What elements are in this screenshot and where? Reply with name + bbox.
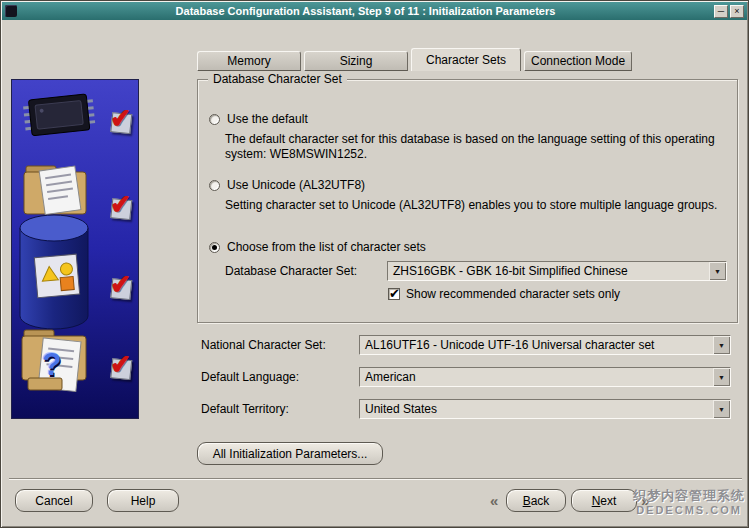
help-button[interactable]: Help <box>107 489 179 512</box>
show-recommended-option[interactable]: ✔ Show recommended character sets only <box>388 287 620 301</box>
use-unicode-option[interactable]: Use Unicode (AL32UTF8) <box>209 178 365 192</box>
chevron-down-icon[interactable]: ▼ <box>713 400 730 418</box>
choose-from-list-label[interactable]: Choose from the list of character sets <box>227 240 426 254</box>
db-charset-value: ZHS16GBK - GBK 16-bit Simplified Chinese <box>388 264 709 278</box>
wizard-illustration-panel: ? ✔ ✔ ✔ ✔ <box>11 79 139 419</box>
title-bar[interactable]: Database Configuration Assistant, Step 9… <box>2 2 747 20</box>
database-icon <box>20 215 88 329</box>
back-button[interactable]: Back <box>506 489 566 512</box>
use-unicode-description: Setting character set to Unicode (AL32UT… <box>225 198 733 213</box>
watermark-line2: DEDECMS.COM <box>633 503 745 517</box>
db-charset-select[interactable]: ZHS16GBK - GBK 16-bit Simplified Chinese… <box>387 261 727 281</box>
question-mark-icon: ? <box>42 346 62 383</box>
national-charset-select[interactable]: AL16UTF16 - Unicode UTF-16 Universal cha… <box>359 335 731 355</box>
tab-bar: Memory Sizing Character Sets Connection … <box>197 48 635 71</box>
watermark: 织梦内容管理系统 DEDECMS.COM <box>633 489 745 517</box>
cancel-button[interactable]: Cancel <box>15 489 93 512</box>
national-charset-value: AL16UTF16 - Unicode UTF-16 Universal cha… <box>360 338 713 352</box>
checkmark-icon: ✔ <box>109 351 137 379</box>
watermark-line1: 织梦内容管理系统 <box>633 489 745 503</box>
use-default-description: The default character set for this datab… <box>225 132 733 162</box>
default-language-select[interactable]: American ▼ <box>359 367 731 387</box>
show-recommended-label[interactable]: Show recommended character sets only <box>406 287 620 301</box>
checkmark-icon: ✔ <box>109 191 137 219</box>
back-button-label: Back <box>517 494 555 508</box>
folder-icon <box>24 166 86 215</box>
use-unicode-label[interactable]: Use Unicode (AL32UTF8) <box>227 178 365 192</box>
choose-from-list-option[interactable]: Choose from the list of character sets <box>209 240 426 254</box>
tab-character-sets[interactable]: Character Sets <box>411 48 521 71</box>
next-button[interactable]: Next <box>571 489 637 512</box>
separator <box>9 478 742 480</box>
window-menu-icon[interactable] <box>5 5 17 17</box>
use-default-radio[interactable] <box>209 114 220 125</box>
use-default-label[interactable]: Use the default <box>227 112 308 126</box>
national-charset-label: National Character Set: <box>201 335 326 355</box>
minimize-button[interactable]: ─ <box>714 5 728 18</box>
chevron-down-icon[interactable]: ▼ <box>709 262 726 280</box>
close-button[interactable]: × <box>730 5 744 18</box>
use-unicode-radio[interactable] <box>209 180 220 191</box>
default-language-value: American <box>360 370 713 384</box>
tab-sizing[interactable]: Sizing <box>304 51 408 71</box>
tab-connection-mode[interactable]: Connection Mode <box>524 51 632 71</box>
database-character-set-group: Database Character Set Use the default T… <box>197 79 738 323</box>
window-controls: ─ × <box>714 5 744 18</box>
tab-memory[interactable]: Memory <box>197 51 301 71</box>
default-territory-value: United States <box>360 402 713 416</box>
all-init-params-button[interactable]: All Initialization Parameters... <box>197 442 383 465</box>
chevron-down-icon[interactable]: ▼ <box>713 336 730 354</box>
default-territory-label: Default Territory: <box>201 399 289 419</box>
next-button-label: Next <box>582 494 626 508</box>
checkmark-icon: ✔ <box>109 271 137 299</box>
group-title: Database Character Set <box>208 72 347 86</box>
choose-from-list-radio[interactable] <box>209 242 220 253</box>
use-default-option[interactable]: Use the default <box>209 112 308 126</box>
back-chevron-icon: « <box>490 492 498 509</box>
default-language-label: Default Language: <box>201 367 299 387</box>
chevron-down-icon[interactable]: ▼ <box>713 368 730 386</box>
checkmark-icon: ✔ <box>109 105 137 133</box>
window-title: Database Configuration Assistant, Step 9… <box>17 5 714 17</box>
show-recommended-checkbox[interactable]: ✔ <box>388 288 400 300</box>
dbca-window: Database Configuration Assistant, Step 9… <box>0 0 749 528</box>
chip-icon <box>22 93 95 136</box>
default-territory-select[interactable]: United States ▼ <box>359 399 731 419</box>
db-charset-label: Database Character Set: <box>225 261 357 281</box>
